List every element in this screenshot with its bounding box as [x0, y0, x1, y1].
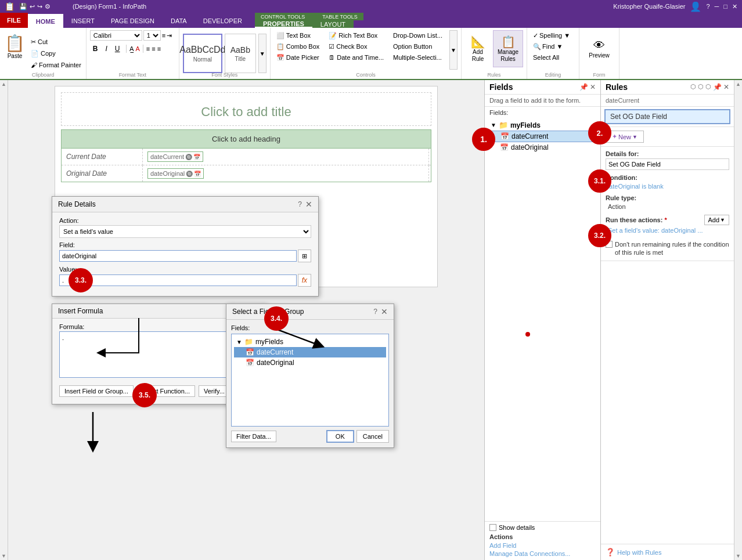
- text-box-btn[interactable]: ⬜ Text Box: [274, 30, 322, 41]
- fields-close-btn[interactable]: ✕: [590, 83, 596, 91]
- align-right-btn[interactable]: ≡: [157, 45, 161, 52]
- current-date-field[interactable]: dateCurrent 🔘 📅: [143, 149, 429, 165]
- help-with-rules-link[interactable]: ❓ Help with Rules: [606, 548, 729, 557]
- fields-tree-datecurrent[interactable]: 📅 dateCurrent ▼: [487, 131, 598, 142]
- paste-btn[interactable]: 📋 Paste: [2, 32, 27, 74]
- rd-help-btn[interactable]: ?: [298, 200, 302, 208]
- font-color-btn[interactable]: A: [136, 45, 140, 52]
- combo-box-btn[interactable]: 📋 Combo Box: [274, 41, 322, 52]
- minimize-btn[interactable]: ─: [715, 3, 719, 10]
- font-size-select[interactable]: 10: [143, 30, 161, 41]
- scroll-top-btn[interactable]: ▲: [736, 81, 741, 87]
- date-time-btn[interactable]: 🗓 Date and Time...: [326, 52, 386, 63]
- align-center-btn[interactable]: ≡: [152, 45, 155, 52]
- quick-redo[interactable]: ↪: [37, 3, 42, 10]
- field-input-rd[interactable]: [59, 250, 297, 262]
- help-btn[interactable]: ?: [706, 3, 709, 10]
- select-all-btn[interactable]: Select All: [531, 52, 575, 63]
- rules-icon3[interactable]: ⬡: [705, 83, 711, 91]
- indent-icons[interactable]: ⇥: [167, 32, 172, 39]
- rd-close-btn[interactable]: ✕: [305, 200, 312, 209]
- highlight-btn[interactable]: A̲: [129, 45, 134, 53]
- style-normal[interactable]: AaBbCcDd Normal: [183, 34, 222, 73]
- rules-pin-btn[interactable]: 📌: [713, 83, 722, 91]
- tab-control-tools[interactable]: PROPERTIES: [255, 20, 312, 28]
- fields-tree-myfields[interactable]: ▼ 📁 myFields: [487, 120, 598, 131]
- manage-rules-btn[interactable]: 📋 Manage Rules: [493, 30, 523, 67]
- sf-tree-datecurrent[interactable]: 📅 dateCurrent: [234, 347, 386, 357]
- rules-close-btn[interactable]: ✕: [723, 83, 729, 91]
- scroll-down-arrow[interactable]: ▼: [1, 553, 6, 559]
- tab-data[interactable]: DATA: [163, 13, 195, 28]
- filter-data-btn[interactable]: Filter Data...: [231, 431, 276, 442]
- tab-file[interactable]: FILE: [0, 13, 28, 28]
- condition-value[interactable]: dateOriginal is blank: [606, 183, 664, 190]
- details-for-input[interactable]: [606, 158, 729, 170]
- maximize-btn[interactable]: □: [723, 3, 727, 10]
- sf-close-btn[interactable]: ✕: [381, 307, 388, 316]
- form-title[interactable]: Click to add title: [61, 92, 431, 126]
- customize[interactable]: ⚙: [45, 3, 51, 10]
- copy-btn-ribbon[interactable]: 📄 Copy: [28, 48, 84, 59]
- rules-icon1[interactable]: ⬡: [690, 83, 696, 91]
- bold-btn[interactable]: B: [90, 44, 101, 54]
- fields-pin-btn[interactable]: 📌: [579, 83, 588, 91]
- sf-cancel-btn[interactable]: Cancel: [356, 430, 389, 443]
- styles-expand-btn[interactable]: ▼: [258, 34, 266, 73]
- font-family-select[interactable]: Calibri: [90, 30, 142, 41]
- controls-expand-btn[interactable]: ▼: [449, 30, 458, 70]
- show-details-checkbox[interactable]: [489, 524, 496, 531]
- find-btn[interactable]: 🔍Find ▼: [531, 41, 575, 52]
- field-browse-btn[interactable]: ⊞: [298, 250, 311, 262]
- tab-developer[interactable]: DEVELOPER: [195, 13, 250, 28]
- sf-ok-btn[interactable]: OK: [326, 430, 354, 443]
- scroll-up-arrow[interactable]: ▲: [1, 81, 6, 87]
- drop-down-btn[interactable]: Drop-Down List...: [391, 30, 445, 41]
- verify-btn[interactable]: Verify...: [199, 385, 230, 397]
- quick-undo[interactable]: ↩: [30, 3, 35, 10]
- option-button-btn[interactable]: Option Button: [391, 41, 445, 52]
- scroll-bottom-btn[interactable]: ▼: [736, 553, 741, 559]
- underline-btn[interactable]: U: [112, 44, 123, 54]
- value-input-rd[interactable]: [59, 274, 297, 286]
- spelling-btn[interactable]: ✓Spelling ▼: [531, 30, 575, 41]
- sf-tree-dateoriginal[interactable]: 📅 dateOriginal: [234, 357, 386, 368]
- add-action-btn[interactable]: Add ▼: [704, 215, 730, 225]
- fields-title: Fields: [489, 82, 513, 92]
- add-rule-btn[interactable]: 📐 Add Rule: [465, 30, 491, 67]
- right-scrollbar[interactable]: ▲ ▼: [734, 80, 742, 560]
- sf-help-btn[interactable]: ?: [373, 308, 377, 316]
- original-date-field[interactable]: dateOriginal 🔘 📅: [143, 165, 429, 182]
- rich-text-box-btn[interactable]: 📝 Rich Text Box: [326, 30, 386, 41]
- quick-save[interactable]: 💾: [19, 3, 27, 10]
- close-btn[interactable]: ✕: [732, 3, 737, 10]
- action-select[interactable]: Set a field's value: [59, 225, 311, 238]
- insert-field-btn[interactable]: Insert Field or Group...: [59, 385, 134, 397]
- tab-page-design[interactable]: PAGE DESIGN: [103, 13, 163, 28]
- preview-btn[interactable]: 👁 Preview: [586, 30, 612, 67]
- format-painter-btn[interactable]: 🖌 Format Painter: [28, 60, 84, 70]
- style-title[interactable]: AaBb Title: [225, 34, 256, 73]
- rules-icon2[interactable]: ⬡: [698, 83, 704, 91]
- font-list-icon[interactable]: ≡: [162, 32, 165, 39]
- date-picker-btn[interactable]: 📅 Date Picker: [274, 52, 322, 63]
- manage-data-link[interactable]: Manage Data Connections...: [489, 550, 596, 558]
- check-box-btn[interactable]: ☑ Check Box: [326, 41, 386, 52]
- tab-insert[interactable]: INSERT: [63, 13, 103, 28]
- sf-tree-myfields[interactable]: ▼ 📁 myFields: [234, 337, 386, 347]
- fields-tree-dateoriginal[interactable]: 📅 dateOriginal: [487, 142, 598, 153]
- align-left-btn[interactable]: ≡: [146, 45, 150, 52]
- run-actions-value[interactable]: Set a field's value: dateOriginal ...: [606, 227, 729, 234]
- multi-select-btn[interactable]: Multiple-Selecti...: [391, 52, 445, 63]
- tab-table-tools[interactable]: LAYOUT: [312, 20, 354, 28]
- add-field-link[interactable]: Add Field: [489, 541, 596, 550]
- form-heading-cell[interactable]: Click to add heading: [62, 130, 431, 149]
- cut-btn[interactable]: ✂ Cut: [28, 37, 84, 47]
- annotation-1: 1.: [472, 128, 495, 151]
- current-date-label: Current Date: [62, 149, 143, 165]
- title-bar: 📋 💾 ↩ ↪ ⚙ (Design) Form1 - InfoPath Kris…: [0, 0, 742, 13]
- rule-type-value: Action: [606, 203, 626, 210]
- value-fx-btn[interactable]: fx: [298, 274, 311, 287]
- tab-home[interactable]: HOME: [28, 14, 63, 28]
- italic-btn[interactable]: I: [102, 44, 110, 54]
